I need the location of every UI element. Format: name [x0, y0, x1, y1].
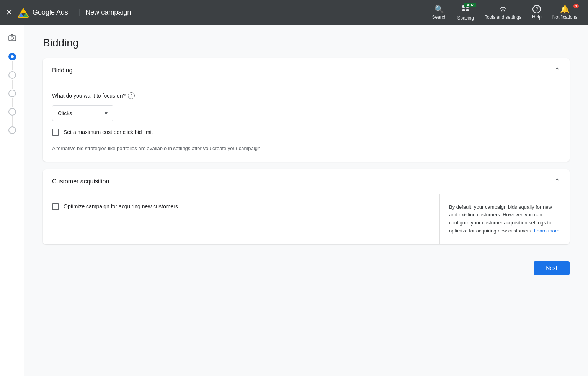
nav-actions: 🔍 Search BETA Spacing ⚙ Tools and settin… — [427, 2, 582, 23]
step-connector-1 — [12, 61, 13, 70]
close-button[interactable]: ✕ — [6, 8, 13, 16]
optimize-customers-checkbox[interactable] — [52, 203, 59, 210]
notifications-label: Notifications — [552, 15, 577, 20]
spacing-label: Spacing — [457, 15, 474, 21]
main-content: Bidding Bidding ⌃ What do you want to fo… — [24, 25, 588, 376]
focus-dropdown[interactable]: Clicks ▾ — [52, 105, 113, 121]
step-connector-4 — [12, 116, 13, 126]
help-icon: ? — [532, 5, 541, 13]
max-cpc-row: Set a maximum cost per click bid limit — [52, 129, 560, 136]
focus-question-text: What do you want to focus on? — [52, 93, 126, 99]
help-nav-button[interactable]: ? Help — [528, 3, 546, 22]
camera-icon — [8, 34, 16, 43]
max-cpc-label: Set a maximum cost per click bid limit — [64, 129, 153, 135]
svg-point-10 — [11, 37, 13, 39]
customer-acquisition-title: Customer acquisition — [52, 178, 109, 185]
tools-icon: ⚙ — [500, 5, 506, 14]
search-label: Search — [432, 15, 446, 20]
bidding-section-title: Bidding — [52, 67, 72, 74]
tools-label: Tools and settings — [485, 15, 521, 20]
notifications-nav-button[interactable]: 1 🔔 Notifications — [548, 2, 582, 22]
svg-rect-7 — [462, 9, 465, 11]
beta-badge: BETA — [464, 3, 476, 7]
customer-acquisition-collapse-button[interactable]: ⌃ — [554, 177, 560, 186]
search-nav-button[interactable]: 🔍 Search — [427, 2, 451, 22]
nav-divider: | — [79, 8, 81, 17]
help-label: Help — [532, 14, 542, 20]
bidding-card-body: What do you want to focus on? ? Clicks ▾… — [43, 83, 570, 162]
step-1 — [8, 53, 16, 60]
focus-question: What do you want to focus on? ? — [52, 92, 560, 99]
customer-acquisition-card: Customer acquisition ⌃ Optimize campaign… — [43, 169, 570, 244]
max-cpc-checkbox[interactable] — [52, 129, 59, 136]
brand-name: Google Ads — [33, 8, 68, 16]
next-button[interactable]: Next — [534, 261, 570, 275]
notifications-icon: 🔔 — [560, 5, 570, 14]
step-4 — [8, 108, 16, 116]
bidding-info-text: Alternative bid strategies like portfoli… — [52, 145, 560, 152]
top-navigation: ✕ Google Ads | New campaign 🔍 Search BET… — [0, 0, 588, 25]
bidding-collapse-button[interactable]: ⌃ — [554, 66, 560, 75]
focus-help-icon[interactable]: ? — [128, 92, 135, 99]
optimize-customers-label: Optimize campaign for acquiring new cust… — [64, 203, 178, 209]
notification-badge: 1 — [573, 4, 579, 8]
step-3 — [8, 90, 16, 97]
focus-dropdown-value: Clicks — [58, 110, 72, 116]
customer-acquisition-header: Customer acquisition ⌃ — [43, 169, 570, 194]
page-heading: Bidding — [43, 37, 570, 49]
logo: Google Ads — [17, 6, 68, 18]
tools-nav-button[interactable]: ⚙ Tools and settings — [480, 2, 526, 22]
learn-more-link[interactable]: Learn more — [534, 228, 559, 234]
step-2 — [8, 71, 16, 79]
bidding-card-header: Bidding ⌃ — [43, 58, 570, 83]
page-title: New campaign — [85, 8, 131, 16]
step-5 — [8, 126, 16, 134]
customer-acquisition-right: By default, your campaign bids equally f… — [439, 194, 570, 244]
svg-rect-9 — [9, 36, 16, 41]
search-icon: 🔍 — [434, 5, 444, 14]
step-connector-3 — [12, 98, 13, 107]
customer-acquisition-body: Optimize campaign for acquiring new cust… — [43, 194, 570, 244]
step-connector-2 — [12, 80, 13, 89]
bidding-card: Bidding ⌃ What do you want to focus on? … — [43, 58, 570, 162]
customer-acquisition-left: Optimize campaign for acquiring new cust… — [43, 194, 439, 244]
camera-button[interactable] — [5, 31, 20, 46]
svg-rect-8 — [466, 9, 469, 11]
campaign-stepper — [8, 52, 16, 135]
google-ads-logo-icon — [17, 6, 29, 18]
dropdown-arrow-icon: ▾ — [105, 110, 108, 117]
spacing-nav-button[interactable]: BETA Spacing — [453, 2, 479, 23]
footer-actions: Next — [43, 252, 570, 281]
sidebar — [0, 25, 24, 376]
